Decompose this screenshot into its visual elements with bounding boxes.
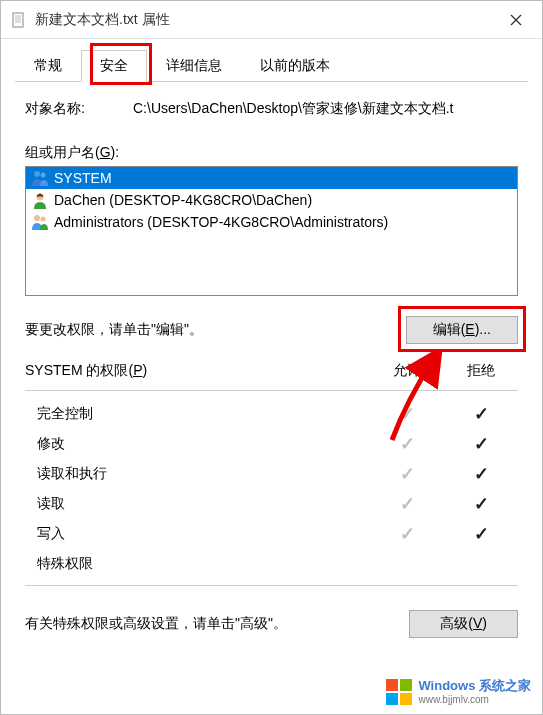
deny-cell: ✓ [444, 493, 518, 515]
svg-point-7 [34, 171, 40, 177]
tab-details[interactable]: 详细信息 [147, 50, 241, 82]
deny-cell: ✓ [444, 463, 518, 485]
properties-window: 新建文本文档.txt 属性 常规 安全 详细信息 以前的版本 对象名称: C:\… [0, 0, 543, 715]
object-name-row: 对象名称: C:\Users\DaChen\Desktop\管家速修\新建文本文… [25, 100, 518, 118]
svg-rect-13 [386, 679, 398, 691]
permission-label: 写入 [37, 525, 370, 543]
group-users-label: 组或用户名(G): [25, 144, 518, 162]
advanced-row: 有关特殊权限或高级设置，请单击"高级"。 高级(V) [25, 610, 518, 638]
allow-cell: ✓ [370, 433, 444, 455]
permission-label: 读取和执行 [37, 465, 370, 483]
tab-previous-versions[interactable]: 以前的版本 [241, 50, 349, 82]
permission-label: 读取 [37, 495, 370, 513]
check-icon: ✓ [474, 434, 489, 454]
permission-label: 修改 [37, 435, 370, 453]
divider [25, 585, 518, 586]
permission-row: 特殊权限 [25, 549, 518, 579]
check-icon: ✓ [400, 404, 415, 424]
deny-column-header: 拒绝 [444, 362, 518, 380]
user-name: DaChen (DESKTOP-4KG8CRO\DaChen) [54, 192, 312, 208]
check-icon: ✓ [474, 494, 489, 514]
divider [25, 390, 518, 391]
object-name-value: C:\Users\DaChen\Desktop\管家速修\新建文本文档.t [133, 100, 518, 118]
tab-security[interactable]: 安全 [81, 50, 147, 82]
advanced-hint-text: 有关特殊权限或高级设置，请单击"高级"。 [25, 615, 287, 633]
edit-button[interactable]: 编辑(E)... [406, 316, 518, 344]
content-area: 常规 安全 详细信息 以前的版本 对象名称: C:\Users\DaChen\D… [1, 39, 542, 658]
windows-logo-icon [386, 679, 412, 705]
tab-bar: 常规 安全 详细信息 以前的版本 [15, 49, 528, 82]
user-icon [30, 191, 50, 209]
check-icon: ✓ [474, 464, 489, 484]
close-button[interactable] [496, 4, 536, 36]
allow-cell: ✓ [370, 463, 444, 485]
check-icon: ✓ [400, 434, 415, 454]
permissions-list: 完全控制✓✓修改✓✓读取和执行✓✓读取✓✓写入✓✓特殊权限 [25, 399, 518, 579]
allow-cell: ✓ [370, 403, 444, 425]
check-icon: ✓ [474, 404, 489, 424]
list-item[interactable]: DaChen (DESKTOP-4KG8CRO\DaChen) [26, 189, 517, 211]
permissions-title: SYSTEM 的权限(P) [25, 362, 370, 380]
file-icon [11, 12, 27, 28]
group-icon [30, 169, 50, 187]
allow-cell: ✓ [370, 523, 444, 545]
permissions-header: SYSTEM 的权限(P) 允许 拒绝 [25, 362, 518, 380]
users-listbox[interactable]: SYSTEM DaChen (DESKTOP-4KG8CRO\DaChen) A… [25, 166, 518, 296]
object-name-label: 对象名称: [25, 100, 133, 118]
svg-point-10 [34, 215, 40, 221]
svg-point-11 [41, 217, 46, 222]
window-title: 新建文本文档.txt 属性 [35, 11, 496, 29]
user-name: Administrators (DESKTOP-4KG8CRO\Administ… [54, 214, 388, 230]
close-icon [510, 14, 522, 26]
deny-cell: ✓ [444, 403, 518, 425]
svg-rect-15 [386, 693, 398, 705]
check-icon: ✓ [400, 464, 415, 484]
group-icon [30, 213, 50, 231]
allow-cell: ✓ [370, 493, 444, 515]
titlebar: 新建文本文档.txt 属性 [1, 1, 542, 39]
permission-label: 完全控制 [37, 405, 370, 423]
permission-row: 修改✓✓ [25, 429, 518, 459]
permission-row: 写入✓✓ [25, 519, 518, 549]
allow-column-header: 允许 [370, 362, 444, 380]
watermark-brand: Windows 系统之家 [418, 679, 531, 693]
tab-general[interactable]: 常规 [15, 50, 81, 82]
edit-hint-text: 要更改权限，请单击"编辑"。 [25, 321, 203, 339]
permission-label: 特殊权限 [37, 555, 370, 573]
permission-row: 完全控制✓✓ [25, 399, 518, 429]
watermark-url: www.bjjmlv.com [418, 694, 531, 705]
svg-point-8 [41, 173, 46, 178]
check-icon: ✓ [400, 494, 415, 514]
deny-cell: ✓ [444, 433, 518, 455]
svg-rect-16 [400, 693, 412, 705]
watermark: Windows 系统之家 www.bjjmlv.com [386, 679, 531, 705]
deny-cell: ✓ [444, 523, 518, 545]
permission-row: 读取✓✓ [25, 489, 518, 519]
tab-body: 对象名称: C:\Users\DaChen\Desktop\管家速修\新建文本文… [15, 82, 528, 648]
check-icon: ✓ [474, 524, 489, 544]
user-name: SYSTEM [54, 170, 112, 186]
svg-rect-14 [400, 679, 412, 691]
list-item[interactable]: SYSTEM [26, 167, 517, 189]
check-icon: ✓ [400, 524, 415, 544]
list-item[interactable]: Administrators (DESKTOP-4KG8CRO\Administ… [26, 211, 517, 233]
advanced-button[interactable]: 高级(V) [409, 610, 518, 638]
permission-row: 读取和执行✓✓ [25, 459, 518, 489]
edit-row: 要更改权限，请单击"编辑"。 编辑(E)... [25, 316, 518, 344]
